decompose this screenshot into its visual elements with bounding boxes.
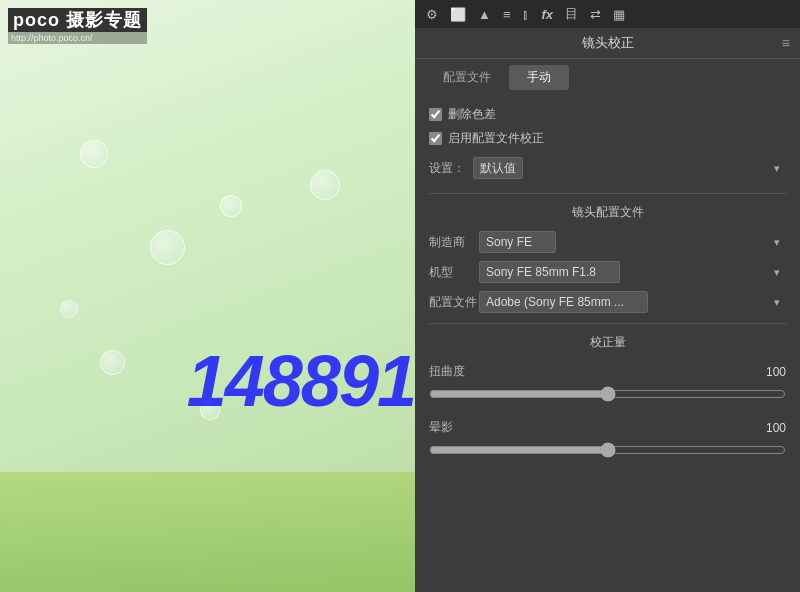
make-label: 制造商 <box>429 234 479 251</box>
model-row: 机型 Sony FE 85mm F1.8 Sony FE 50mm F1.8 S… <box>429 261 786 283</box>
tool-icon-bars[interactable]: ⫿ <box>519 5 532 24</box>
tool-icon-image[interactable]: ⬜ <box>447 5 469 24</box>
tabs-container: 配置文件 手动 <box>415 59 800 96</box>
bg-green-bottom <box>0 472 415 592</box>
tab-profile[interactable]: 配置文件 <box>425 65 509 90</box>
tool-icon-list[interactable]: ≡ <box>500 5 514 24</box>
correction-title: 校正量 <box>429 323 786 351</box>
tool-icon-sync[interactable]: ⇄ <box>587 5 604 24</box>
distortion-row: 扭曲度 100 <box>429 363 786 405</box>
bubble-2 <box>220 195 242 217</box>
make-row: 制造商 Sony FE Canon Nikon Sigma <box>429 231 786 253</box>
tool-icon-grid[interactable]: ▦ <box>610 5 628 24</box>
make-select[interactable]: Sony FE Canon Nikon Sigma <box>479 231 556 253</box>
distortion-value: 100 <box>756 365 786 379</box>
settings-label: 设置： <box>429 160 465 177</box>
bubble-4 <box>60 300 78 318</box>
use-profile-row: 启用配置文件校正 <box>429 130 786 147</box>
tool-icon-histogram[interactable]: ▲ <box>475 5 494 24</box>
profile-select-wrapper: Adobe (Sony FE 85mm ... 自定义 <box>479 291 786 313</box>
bubble-5 <box>100 350 125 375</box>
settings-row: 设置： 默认值 自定义 <box>429 157 786 179</box>
toolbar: ⚙ ⬜ ▲ ≡ ⫿ fx 目 ⇄ ▦ <box>415 0 800 28</box>
panel-title: 镜头校正 <box>582 34 634 52</box>
photo-panel: poco 摄影专题 http://photo.poco.cn/ 148891 <box>0 0 415 592</box>
vignetting-header: 晕影 100 <box>429 419 786 436</box>
logo-url: http://photo.poco.cn/ <box>8 32 147 44</box>
lens-profile-section-title: 镜头配置文件 <box>429 193 786 221</box>
bubble-1 <box>80 140 108 168</box>
tool-icon-fx[interactable]: fx <box>538 5 556 24</box>
right-panel: ⚙ ⬜ ▲ ≡ ⫿ fx 目 ⇄ ▦ 镜头校正 ≡ 配置文件 手动 删除色差 启… <box>415 0 800 592</box>
profile-row: 配置文件 Adobe (Sony FE 85mm ... 自定义 <box>429 291 786 313</box>
logo-poco: poco 摄影专题 <box>8 8 147 32</box>
panel-header: 镜头校正 ≡ <box>415 28 800 59</box>
tab-manual[interactable]: 手动 <box>509 65 569 90</box>
use-profile-label[interactable]: 启用配置文件校正 <box>448 130 544 147</box>
distortion-header: 扭曲度 100 <box>429 363 786 380</box>
tool-icon-catalog[interactable]: 目 <box>562 3 581 25</box>
bubble-3 <box>150 230 185 265</box>
distortion-label: 扭曲度 <box>429 363 465 380</box>
settings-select-wrapper: 默认值 自定义 <box>473 157 786 179</box>
profile-label: 配置文件 <box>429 294 479 311</box>
vignetting-slider[interactable] <box>429 442 786 458</box>
panel-menu-icon[interactable]: ≡ <box>782 35 790 51</box>
remove-ca-row: 删除色差 <box>429 106 786 123</box>
use-profile-checkbox[interactable] <box>429 132 442 145</box>
vignetting-value: 100 <box>756 421 786 435</box>
vignetting-label: 晕影 <box>429 419 453 436</box>
correction-section: 校正量 扭曲度 100 晕影 100 <box>429 323 786 461</box>
profile-select[interactable]: Adobe (Sony FE 85mm ... 自定义 <box>479 291 648 313</box>
panel-content: 删除色差 启用配置文件校正 设置： 默认值 自定义 镜头配置文件 制造商 Son… <box>415 96 800 592</box>
watermark-number: 148891 <box>187 340 415 422</box>
logo-area: poco 摄影专题 http://photo.poco.cn/ <box>8 8 147 44</box>
remove-ca-label[interactable]: 删除色差 <box>448 106 496 123</box>
tool-icon-settings[interactable]: ⚙ <box>423 5 441 24</box>
remove-ca-checkbox[interactable] <box>429 108 442 121</box>
vignetting-row: 晕影 100 <box>429 419 786 461</box>
make-select-wrapper: Sony FE Canon Nikon Sigma <box>479 231 786 253</box>
model-select[interactable]: Sony FE 85mm F1.8 Sony FE 50mm F1.8 Sony… <box>479 261 620 283</box>
model-label: 机型 <box>429 264 479 281</box>
model-select-wrapper: Sony FE 85mm F1.8 Sony FE 50mm F1.8 Sony… <box>479 261 786 283</box>
settings-select[interactable]: 默认值 自定义 <box>473 157 523 179</box>
distortion-slider[interactable] <box>429 386 786 402</box>
bubble-6 <box>310 170 340 200</box>
